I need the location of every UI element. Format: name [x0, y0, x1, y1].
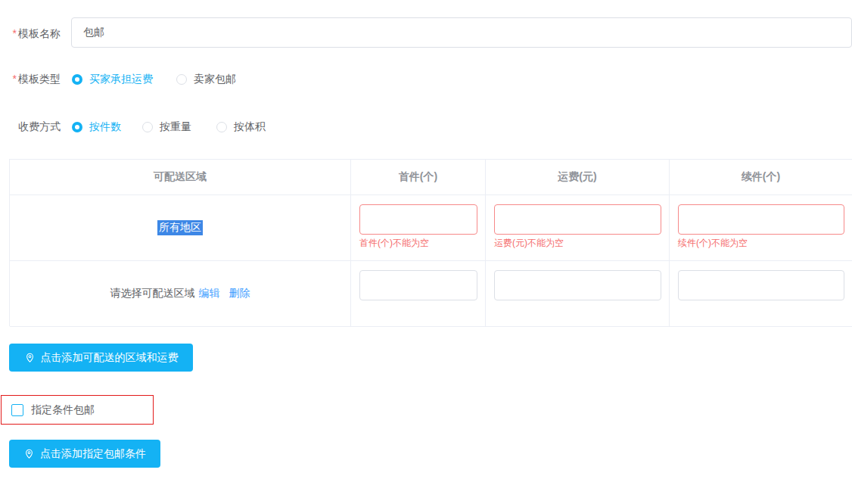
location-pin-icon: [24, 352, 36, 363]
template-name-label: *模板名称: [6, 27, 61, 39]
charge-method-label: 收费方式: [6, 120, 61, 132]
table-row-2-first-item-cell: [351, 261, 486, 327]
select-region-placeholder-text: 请选择可配送区域: [110, 287, 195, 300]
radio-unselected-icon: [216, 122, 227, 132]
table-row-1-region-cell: 所有地区: [10, 195, 351, 261]
additional-item-input[interactable]: [678, 204, 844, 235]
template-name-label-text: 模板名称: [18, 27, 61, 39]
first-item-error-message: 首件(个)不能为空: [359, 238, 477, 248]
table-row-2-fee-cell: [486, 261, 670, 327]
additional-item-input[interactable]: [678, 270, 844, 300]
radio-label: 买家承担运费: [89, 73, 153, 86]
first-item-input[interactable]: [359, 270, 477, 300]
fee-error-message: 运费(元)不能为空: [494, 238, 661, 248]
table-row-1-additional-item-cell: 续件(个)不能为空: [670, 195, 852, 261]
fee-input[interactable]: [494, 204, 661, 235]
radio-selected-icon: [72, 74, 82, 85]
table-row-1-first-item-cell: 首件(个)不能为空: [351, 195, 486, 261]
template-type-label: *模板类型: [6, 73, 61, 85]
column-header-region: 可配送区域: [10, 160, 351, 195]
conditional-free-shipping-label: 指定条件包邮: [31, 403, 95, 417]
radio-unselected-icon: [142, 122, 153, 132]
radio-label: 按件数: [89, 120, 121, 134]
shipping-template-form: *模板名称 *模板类型 买家承担运费 卖家包邮 收费方式 按件数 按重量 按体积…: [0, 0, 852, 504]
location-pin-icon: [23, 448, 35, 459]
required-asterisk: *: [13, 27, 17, 39]
edit-region-link[interactable]: 编辑: [199, 287, 220, 300]
shipping-fee-table: 可配送区域 首件(个) 运费(元) 续件(个) 所有地区 首件(个)不能为空 运…: [9, 159, 852, 326]
radio-label: 按体积: [234, 120, 266, 134]
radio-selected-icon: [72, 122, 82, 132]
column-header-fee: 运费(元): [486, 160, 670, 195]
add-region-button-label: 点击添加可配送的区域和运费: [41, 351, 179, 365]
conditional-free-shipping-box: 指定条件包邮: [1, 395, 154, 425]
radio-label: 按重量: [160, 120, 191, 134]
fee-input[interactable]: [494, 270, 661, 300]
radio-unselected-icon: [176, 74, 187, 85]
column-header-first-item: 首件(个): [351, 160, 486, 195]
radio-by-volume[interactable]: 按体积: [216, 120, 266, 134]
add-region-button[interactable]: 点击添加可配送的区域和运费: [9, 344, 193, 372]
column-header-additional-item: 续件(个): [670, 160, 852, 195]
radio-label: 卖家包邮: [194, 73, 236, 86]
required-asterisk: *: [13, 73, 17, 85]
template-type-label-text: 模板类型: [18, 73, 61, 85]
add-condition-button-label: 点击添加指定包邮条件: [40, 447, 146, 461]
conditional-free-shipping-checkbox[interactable]: [11, 404, 23, 416]
table-row-1-fee-cell: 运费(元)不能为空: [486, 195, 670, 261]
table-row-2-additional-item-cell: [670, 261, 852, 327]
additional-item-error-message: 续件(个)不能为空: [678, 238, 844, 248]
template-name-input[interactable]: [71, 17, 852, 48]
region-all-areas-link[interactable]: 所有地区: [157, 220, 203, 235]
charge-method-label-text: 收费方式: [18, 120, 61, 132]
radio-by-weight[interactable]: 按重量: [142, 120, 191, 134]
first-item-input[interactable]: [359, 204, 477, 235]
add-condition-button[interactable]: 点击添加指定包邮条件: [9, 440, 160, 468]
radio-seller-free-shipping[interactable]: 卖家包邮: [176, 73, 236, 86]
radio-buyer-pays-shipping[interactable]: 买家承担运费: [72, 73, 153, 86]
radio-by-quantity[interactable]: 按件数: [72, 120, 121, 134]
delete-region-link[interactable]: 删除: [229, 287, 250, 300]
table-row-2-region-cell: 请选择可配送区域 编辑 删除: [10, 261, 351, 327]
